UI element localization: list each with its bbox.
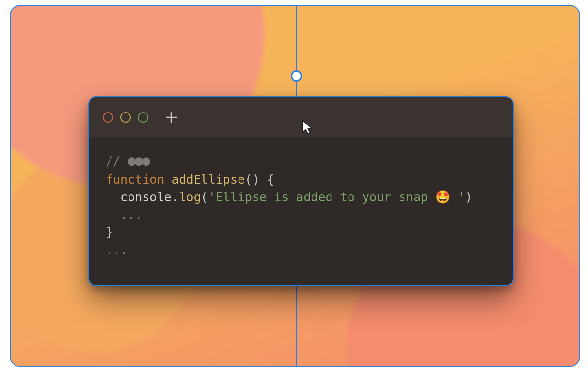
code-window[interactable]: // ●●● function addEllipse() { console.l… [89, 97, 513, 285]
code-brace-close: } [106, 225, 113, 239]
code-punctuation: () { [245, 172, 274, 187]
code-function-name: addEllipse [171, 172, 245, 187]
code-editor[interactable]: // ●●● function addEllipse() { console.l… [89, 137, 513, 285]
traffic-light-close-icon[interactable] [103, 112, 113, 123]
traffic-light-zoom-icon[interactable] [138, 112, 148, 123]
new-tab-icon[interactable] [166, 112, 177, 123]
window-titlebar[interactable] [89, 97, 513, 137]
code-comment: // ●●● [106, 154, 149, 168]
code-keyword-function: function [106, 172, 164, 187]
rotation-handle[interactable] [291, 70, 302, 82]
code-ellipsis: ... [120, 208, 142, 222]
code-ellipsis: ... [106, 243, 128, 257]
code-string-literal: 'Ellipse is added to your snap 🤩 ' [208, 190, 465, 204]
code-method-log: log [179, 190, 201, 204]
rotation-handle-stem [296, 80, 297, 98]
design-canvas[interactable]: // ●●● function addEllipse() { console.l… [10, 5, 580, 367]
traffic-light-minimize-icon[interactable] [120, 112, 131, 123]
code-ident-console: console [120, 190, 171, 204]
